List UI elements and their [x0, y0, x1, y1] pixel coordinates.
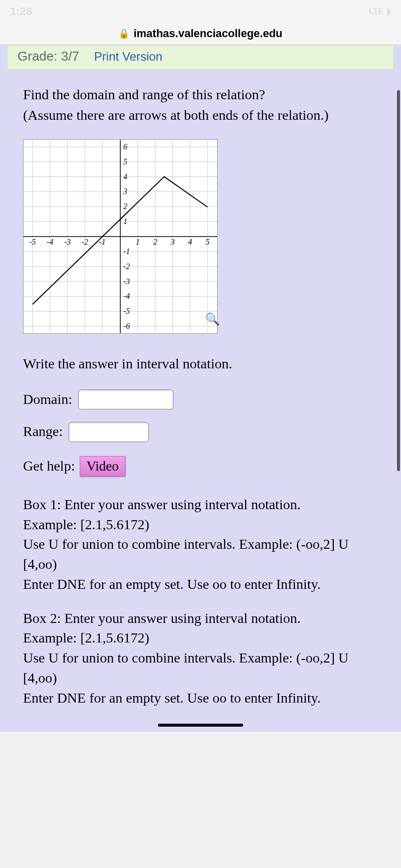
svg-text:5: 5	[123, 157, 127, 166]
content: Grade: 3/7 Print Version Find the domain…	[0, 45, 401, 732]
grade-bar: Grade: 3/7 Print Version	[7, 45, 394, 70]
hint-box-2: Box 2: Enter your answer using interval …	[23, 608, 378, 708]
svg-text:-5: -5	[29, 238, 36, 246]
svg-text:4: 4	[188, 238, 192, 246]
help-row: Get help: Video	[23, 456, 378, 477]
svg-text:2: 2	[123, 202, 127, 210]
range-row: Range:	[23, 421, 378, 442]
lock-icon: 🔒	[118, 28, 129, 39]
svg-text:3: 3	[170, 238, 174, 246]
hint-box-1: Box 1: Enter your answer using interval …	[23, 495, 378, 594]
svg-text:-4: -4	[47, 238, 53, 246]
svg-text:-2: -2	[123, 262, 130, 271]
range-input[interactable]	[69, 422, 149, 442]
svg-text:4: 4	[123, 172, 127, 181]
question-text: Find the domain and range of this relati…	[23, 85, 378, 125]
status-network: LTE ▮	[369, 7, 391, 16]
question-line-1: Find the domain and range of this relati…	[23, 85, 378, 105]
battery-icon: ▮	[386, 7, 391, 16]
scrollbar[interactable]	[397, 90, 400, 471]
svg-text:-5: -5	[123, 307, 130, 315]
url-text: imathas.valenciacollege.edu	[133, 27, 282, 40]
svg-text:3: 3	[123, 187, 127, 196]
svg-text:-1: -1	[123, 247, 130, 256]
magnify-icon[interactable]: 🔍	[205, 311, 220, 328]
svg-text:-2: -2	[82, 238, 88, 246]
help-label: Get help:	[23, 456, 75, 477]
svg-text:5: 5	[206, 238, 210, 246]
svg-text:-3: -3	[64, 238, 71, 246]
svg-text:1: 1	[123, 217, 127, 226]
svg-text:-6: -6	[123, 322, 130, 330]
graph-svg: -5-4-3 -2-1 123 45 654 321 -1-2-3 -4-5-6	[24, 140, 217, 333]
print-version-link[interactable]: Print Version	[94, 50, 162, 64]
status-bar: 1:28 LTE ▮	[0, 0, 401, 23]
home-indicator[interactable]	[158, 724, 243, 727]
video-button[interactable]: Video	[80, 456, 125, 477]
question-line-2: (Assume there are arrows at both ends of…	[23, 105, 378, 126]
domain-label: Domain:	[23, 389, 72, 410]
domain-input[interactable]	[78, 389, 173, 409]
status-time: 1:28	[10, 5, 32, 18]
domain-row: Domain:	[23, 389, 378, 410]
grade-label: Grade: 3/7	[18, 49, 79, 64]
graph: -5-4-3 -2-1 123 45 654 321 -1-2-3 -4-5-6…	[23, 139, 218, 334]
svg-text:-3: -3	[123, 277, 130, 286]
range-label: Range:	[23, 421, 63, 442]
svg-text:2: 2	[153, 238, 157, 246]
instruction: Write the answer in interval notation.	[23, 354, 378, 374]
url-bar[interactable]: 🔒 imathas.valenciacollege.edu	[0, 23, 401, 45]
svg-text:-4: -4	[123, 292, 130, 301]
svg-text:6: 6	[123, 142, 127, 151]
svg-text:1: 1	[136, 238, 140, 246]
question-body: Find the domain and range of this relati…	[7, 70, 394, 732]
